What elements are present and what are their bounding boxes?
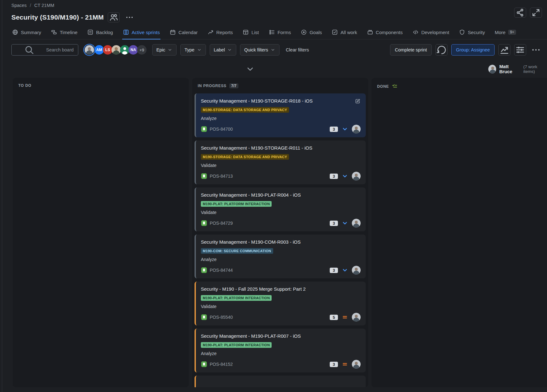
- tab-label: Calendar: [178, 30, 198, 35]
- column-inprogress: IN PROGRESS7/7Security Management - M190…: [192, 78, 368, 387]
- feedback-loop-button[interactable]: [436, 44, 448, 56]
- search-input[interactable]: [46, 47, 75, 52]
- tab-reports[interactable]: Reports: [207, 27, 234, 39]
- board-card[interactable]: Security Management - M190-PLAT-R007 - i…: [195, 329, 366, 372]
- search-input-wrapper[interactable]: [11, 44, 78, 56]
- fullscreen-button[interactable]: [530, 8, 542, 18]
- insights-icon: [499, 45, 510, 55]
- card-key[interactable]: POS-84729: [210, 221, 233, 226]
- card-status: Analyze: [201, 351, 361, 356]
- estimate-badge: 3: [330, 221, 338, 226]
- filter-quick-filters-dropdown[interactable]: Quick filters: [240, 44, 280, 56]
- avatar[interactable]: NA: [129, 45, 138, 55]
- card-key[interactable]: POS-84700: [210, 127, 233, 132]
- column-header: TO DO: [13, 78, 189, 90]
- sprint-board: TO DOIN PROGRESS7/7Security Management -…: [11, 78, 547, 387]
- people-button[interactable]: [108, 12, 120, 22]
- avatar[interactable]: [352, 219, 361, 228]
- tab-calendar[interactable]: Calendar: [169, 27, 198, 39]
- board-card[interactable]: Security Management - M190-COM-R003 - iO…: [195, 235, 366, 278]
- breadcrumb-spaces[interactable]: Spaces: [11, 3, 27, 8]
- board-card[interactable]: Security Management - M190-STORAGE-R018 …: [195, 93, 366, 137]
- tab-development[interactable]: Development: [412, 27, 450, 39]
- tab-forms[interactable]: Forms: [268, 27, 292, 39]
- tab-label: More: [495, 30, 506, 35]
- priority-low-icon: [342, 126, 348, 132]
- globe-icon: [12, 29, 18, 35]
- breadcrumb-project[interactable]: CT 21MM: [34, 3, 54, 8]
- tab-label: Development: [421, 30, 449, 35]
- tab-backlog[interactable]: Backlog: [87, 27, 113, 39]
- story-type-icon: [201, 314, 207, 320]
- view-settings-button[interactable]: [514, 44, 526, 56]
- title-more-button[interactable]: [123, 12, 135, 22]
- card-title: Security Management - M190-COM-R003 - iO…: [201, 239, 361, 245]
- board-card-partial[interactable]: [195, 376, 366, 387]
- card-label: M190-PLAT: PLATFORM INTERACTION: [201, 201, 272, 207]
- project-tabs: SummaryTimelineBacklogActive sprintsCale…: [11, 27, 547, 39]
- card-label: M190-PLAT: PLATFORM INTERACTION: [201, 295, 272, 301]
- avatar[interactable]: AM: [94, 45, 104, 55]
- tab-timeline[interactable]: Timeline: [50, 27, 78, 39]
- breadcrumb: Spaces / CT 21MM: [11, 2, 547, 9]
- ellipsis-icon: [530, 45, 542, 55]
- avatar[interactable]: [352, 125, 361, 134]
- search-icon: [15, 45, 44, 55]
- filter-label: Epic: [156, 47, 165, 52]
- story-type-icon: [201, 361, 207, 367]
- tab-more[interactable]: More9+: [494, 27, 517, 39]
- clear-filters-button[interactable]: Clear filters: [286, 47, 309, 52]
- board-card[interactable]: Security Management - M190-PLAT-R004 - i…: [195, 187, 366, 231]
- share-icon: [514, 8, 526, 17]
- story-type-icon: [201, 267, 207, 273]
- tab-security[interactable]: Security: [458, 27, 485, 39]
- filter-epic-dropdown[interactable]: Epic: [152, 44, 177, 56]
- swimlane-work-item-count: (7 work items): [523, 64, 547, 74]
- avatar[interactable]: [352, 360, 361, 369]
- avatar[interactable]: [111, 45, 121, 55]
- priority-medium-icon: [342, 314, 348, 320]
- tab-summary[interactable]: Summary: [11, 27, 42, 39]
- card-list: [371, 92, 547, 387]
- assignee-avatar-stack: AMLSNA+9: [85, 45, 147, 55]
- edit-icon[interactable]: [355, 98, 361, 104]
- avatar[interactable]: [120, 45, 129, 55]
- tab-list[interactable]: List: [242, 27, 259, 39]
- filter-label: Type: [184, 47, 194, 52]
- avatar[interactable]: [352, 172, 361, 181]
- tab-all-work[interactable]: All work: [331, 27, 358, 39]
- avatar-overflow-count[interactable]: +9: [137, 45, 147, 55]
- priority-low-icon: [342, 267, 348, 273]
- card-key[interactable]: POS-84744: [210, 268, 233, 273]
- card-status: Validate: [201, 210, 361, 215]
- card-key[interactable]: POS-85540: [210, 315, 233, 320]
- filter-type-dropdown[interactable]: Type: [180, 44, 206, 56]
- filter-label-dropdown[interactable]: Label: [210, 44, 236, 56]
- tab-label: Forms: [278, 30, 291, 35]
- toolbar-more-button[interactable]: [530, 44, 542, 56]
- column-todo: TO DO: [13, 78, 189, 387]
- board-icon: [123, 29, 129, 35]
- board-card[interactable]: Security - M190 - Fall 2025 Merge Suppor…: [195, 282, 366, 325]
- avatar[interactable]: LS: [103, 45, 112, 55]
- board-card[interactable]: Security Management - M190-STORAGE-R011 …: [195, 140, 366, 184]
- complete-sprint-button[interactable]: Complete sprint: [390, 44, 432, 56]
- estimate-badge: 3: [330, 362, 338, 367]
- tab-label: Backlog: [96, 30, 113, 35]
- avatar[interactable]: [352, 266, 361, 275]
- card-key[interactable]: POS-84152: [210, 362, 233, 367]
- column-title: IN PROGRESS: [198, 84, 226, 88]
- group-by-button[interactable]: Group: Assignee: [451, 44, 495, 56]
- card-key[interactable]: POS-84713: [210, 174, 233, 179]
- share-button[interactable]: [514, 8, 526, 18]
- avatar[interactable]: [352, 313, 361, 322]
- avatar[interactable]: [85, 45, 94, 55]
- page-title: Security (S190/M190) - 21MM: [11, 14, 104, 21]
- chevron-down-icon[interactable]: [15, 64, 485, 74]
- tab-label: List: [251, 30, 259, 35]
- insights-button[interactable]: [498, 44, 510, 56]
- breadcrumb-separator: /: [30, 3, 31, 8]
- tab-components[interactable]: Components: [366, 27, 403, 39]
- tab-active-sprints[interactable]: Active sprints: [122, 27, 160, 39]
- tab-goals[interactable]: Goals: [300, 27, 322, 39]
